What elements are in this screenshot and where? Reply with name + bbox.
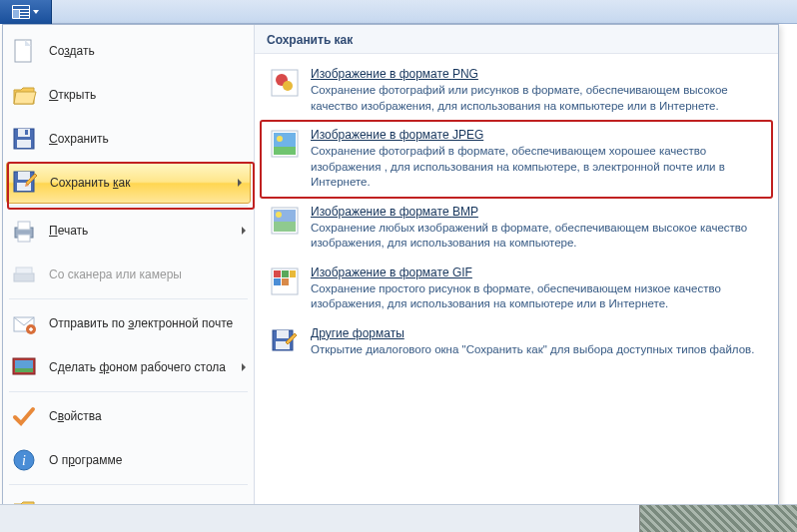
menu-item-label: О программе (49, 453, 122, 467)
chevron-right-icon (242, 227, 246, 235)
menu-separator (9, 298, 248, 299)
format-list: Изображение в формате PNG Сохранение фот… (255, 54, 778, 371)
svg-rect-5 (20, 16, 29, 18)
svg-point-33 (277, 136, 283, 142)
app-menu-dropdown: Создать Открыть Сохранить Сохранить как (2, 24, 779, 532)
svg-rect-4 (20, 13, 29, 15)
menu-item-open[interactable]: Открыть (3, 73, 254, 117)
menu-item-label: Сделать фоном рабочего стола (49, 360, 226, 374)
menu-item-label: Создать (49, 44, 95, 58)
svg-rect-40 (282, 270, 289, 277)
format-item-png[interactable]: Изображение в формате PNG Сохранение фот… (261, 60, 772, 121)
save-icon (9, 124, 39, 154)
format-title: Другие форматы (311, 326, 764, 340)
status-bar (0, 504, 797, 532)
format-desc: Открытие диалогового окна "Сохранить как… (311, 342, 764, 358)
format-title: Изображение в формате PNG (311, 67, 764, 81)
menu-item-label: Отправить по электронной почте (49, 316, 233, 330)
format-title: Изображение в формате JPEG (311, 128, 764, 142)
other-formats-icon (269, 326, 301, 358)
menu-separator (9, 484, 248, 485)
folder-open-icon (9, 80, 39, 110)
format-desc: Сохранение простого рисунок в формате, о… (311, 281, 764, 312)
menu-item-scanner: Со сканера или камеры (3, 253, 254, 296)
chevron-right-icon (238, 179, 242, 187)
format-item-bmp[interactable]: Изображение в формате BMP Сохранение люб… (261, 198, 772, 259)
scanner-icon (9, 260, 39, 289)
svg-rect-36 (274, 222, 296, 232)
menu-item-label: Сохранить как (50, 176, 130, 190)
print-icon (9, 216, 39, 246)
svg-rect-39 (274, 270, 281, 277)
svg-rect-9 (18, 129, 30, 137)
info-icon: i (9, 445, 39, 475)
wallpaper-icon (9, 352, 39, 382)
save-as-submenu: Сохранить как Изображение в формате PNG … (255, 25, 778, 532)
menu-item-label: Печать (49, 224, 88, 238)
svg-point-37 (276, 212, 282, 218)
jpeg-icon (269, 128, 301, 160)
svg-rect-11 (25, 130, 28, 135)
svg-rect-19 (16, 267, 32, 273)
svg-rect-18 (14, 273, 34, 281)
menu-separator (9, 391, 248, 392)
svg-text:i: i (22, 453, 26, 468)
menu-item-about[interactable]: i О программе (3, 438, 254, 482)
app-menu-left: Создать Открыть Сохранить Сохранить как (3, 25, 255, 532)
png-icon (269, 67, 301, 99)
format-desc: Сохранение фотографий или рисунков в фор… (311, 83, 764, 114)
format-title: Изображение в формате BMP (311, 205, 764, 219)
svg-rect-24 (15, 368, 33, 372)
app-menu-button[interactable] (0, 0, 52, 24)
format-title: Изображение в формате GIF (311, 266, 764, 279)
ribbon-bar (0, 0, 797, 24)
chevron-right-icon (242, 363, 246, 371)
new-file-icon (9, 36, 39, 66)
svg-rect-41 (290, 270, 296, 277)
svg-rect-45 (277, 330, 289, 338)
chevron-down-icon (33, 10, 39, 14)
app-icon (12, 5, 30, 19)
svg-rect-43 (282, 278, 289, 285)
menu-item-label: Открыть (49, 88, 96, 102)
svg-rect-16 (18, 222, 30, 230)
menu-item-save[interactable]: Сохранить (3, 117, 254, 161)
menu-item-set-wallpaper[interactable]: Сделать фоном рабочего стола (3, 345, 254, 389)
menu-item-email[interactable]: Отправить по электронной почте (3, 301, 254, 345)
svg-rect-17 (18, 235, 30, 242)
bmp-icon (269, 205, 301, 237)
format-item-gif[interactable]: Изображение в формате GIF Сохранение про… (261, 259, 772, 319)
menu-item-properties[interactable]: Свойства (3, 394, 254, 438)
format-desc: Сохранение любых изображений в формате, … (311, 221, 764, 252)
format-item-jpeg[interactable]: Изображение в формате JPEG Сохранение фо… (261, 121, 772, 198)
canvas-preview (639, 505, 797, 532)
format-item-other[interactable]: Другие форматы Открытие диалогового окна… (261, 319, 772, 365)
submenu-title: Сохранить как (255, 25, 778, 54)
svg-rect-13 (18, 172, 30, 180)
menu-separator (9, 206, 248, 207)
svg-rect-42 (274, 278, 281, 285)
menu-item-new[interactable]: Создать (3, 29, 254, 73)
svg-rect-32 (274, 147, 296, 155)
svg-point-29 (283, 81, 293, 91)
menu-item-print[interactable]: Печать (3, 209, 254, 253)
svg-rect-10 (17, 140, 31, 148)
format-desc: Сохранение фотографий в формате, обеспеч… (311, 144, 764, 191)
menu-item-label: Сохранить (49, 132, 109, 146)
menu-item-label: Со сканера или камеры (49, 267, 182, 281)
svg-rect-3 (20, 10, 29, 12)
svg-rect-1 (13, 6, 29, 9)
svg-rect-6 (15, 40, 31, 62)
save-as-icon (10, 168, 40, 198)
email-icon (9, 308, 39, 338)
gif-icon (269, 266, 301, 297)
svg-rect-2 (13, 10, 19, 18)
checkmark-icon (9, 401, 39, 431)
menu-item-save-as[interactable]: Сохранить как (6, 162, 251, 204)
menu-item-label: Свойства (49, 409, 102, 423)
